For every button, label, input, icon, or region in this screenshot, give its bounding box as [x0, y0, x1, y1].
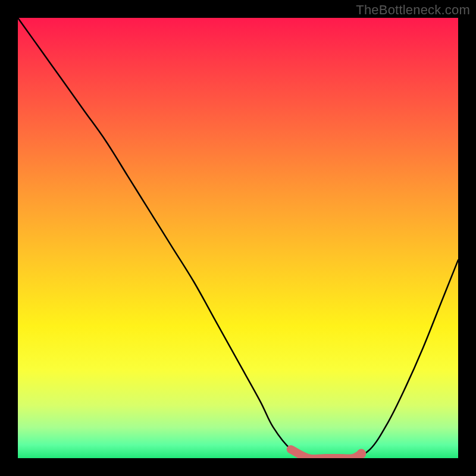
watermark-text: TheBottleneck.com: [356, 2, 470, 18]
plot-area: [18, 18, 458, 458]
optimal-range-end-dot: [356, 449, 366, 458]
optimal-range-marker: [291, 449, 361, 458]
chart-frame: TheBottleneck.com: [0, 0, 476, 476]
curve-layer: [18, 18, 458, 458]
chart-svg: [18, 18, 458, 458]
bottleneck-curve: [18, 18, 458, 458]
